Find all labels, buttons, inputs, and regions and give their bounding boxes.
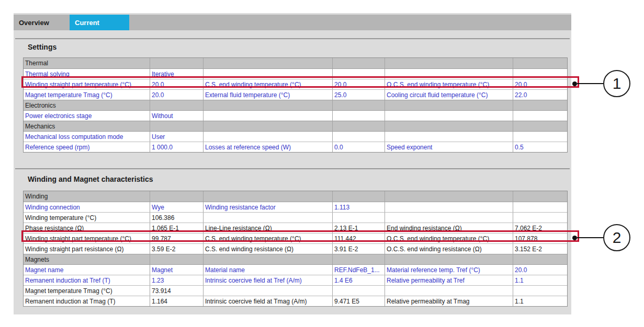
param-value-cell (513, 286, 567, 296)
param-label-cell: Intrinsic coercive field at Tref (A/m) (204, 275, 333, 285)
param-label-cell: Material name (204, 265, 333, 275)
param-label-cell (204, 213, 333, 223)
param-label-cell (204, 132, 333, 142)
param-value-cell: 1.4 E6 (333, 275, 385, 285)
param-value-cell: 20.0 (150, 90, 204, 100)
param-value-cell (333, 213, 385, 223)
param-label-cell (204, 69, 333, 79)
param-label-cell: Magnet name (24, 265, 150, 275)
param-label-cell (204, 111, 333, 121)
section-header-cell: Winding (24, 191, 150, 202)
param-label-cell: Winding straight part temperature (°C) (24, 79, 150, 89)
param-value-cell: 25.0 (333, 90, 385, 100)
section-header-cell (204, 121, 333, 131)
param-value-cell: 1.1 (513, 275, 567, 285)
section-header-row: Mechanics (24, 121, 567, 131)
param-label-cell: Material reference temp. Tref (°C) (385, 265, 513, 275)
param-label-cell: External fluid temperature (°C) (204, 90, 333, 100)
section-header-cell (333, 254, 385, 264)
param-value-cell: 0.5 (513, 142, 567, 152)
section-header-cell (385, 100, 513, 110)
section-header-row: Thermal (24, 58, 567, 68)
param-value-cell: 111.442 (333, 233, 385, 243)
param-value-cell (513, 69, 567, 79)
param-label-cell: End winding resistance (Ω) (385, 223, 513, 233)
param-value-cell: 20.0 (150, 79, 204, 89)
section-divider (15, 38, 570, 39)
param-label-cell: Speed exponent (385, 142, 513, 152)
table-row: Winding straight part resistance (Ω)3.59… (24, 243, 567, 254)
param-label-cell: Relative permeability at Tref (385, 275, 513, 285)
param-value-cell: 1.23 (150, 275, 204, 285)
table-row: Thermal solvingIterative (24, 68, 567, 79)
settings-table: ThermalThermal solvingIterativeWinding s… (23, 57, 568, 153)
param-value-cell: 3.59 E-2 (150, 244, 204, 254)
param-value-cell: Magnet (150, 265, 204, 275)
section-header-cell (333, 100, 385, 110)
param-value-cell: 73.914 (150, 286, 204, 296)
table-row: Power electronics stageWithout (24, 110, 567, 121)
param-label-cell: Winding straight part resistance (Ω) (24, 244, 150, 254)
param-value-cell: 1.065 E-1 (150, 223, 204, 233)
section-header-cell: Magnets (24, 254, 150, 264)
section-header-cell (150, 100, 204, 110)
param-value-cell: 9.471 E5 (333, 296, 385, 306)
param-label-cell: Winding connection (24, 202, 150, 212)
param-label-cell (385, 202, 513, 212)
table-row: Remanent induction at Tref (T)1.23Intrin… (24, 275, 567, 285)
callout-circle-1: 1 (603, 70, 630, 97)
param-label-cell: C.S. end winding temperature (°C) (204, 79, 333, 89)
param-label-cell: Phase resistance (Ω) (24, 223, 150, 233)
section-header-cell (333, 121, 385, 131)
section-header-cell (513, 121, 567, 131)
winding-magnet-table: WindingWinding connectionWyeWinding resi… (23, 191, 568, 307)
section-header-cell (204, 58, 333, 68)
param-label-cell: Magnet temperature Tmag (°C) (24, 90, 150, 100)
param-label-cell: Winding temperature (°C) (24, 213, 150, 223)
section-header-cell (204, 191, 333, 202)
section-header-cell (513, 58, 567, 68)
param-label-cell: Reference speed (rpm) (24, 142, 150, 152)
winding-magnet-section-title: Winding and Magnet characteristics (28, 175, 153, 183)
param-value-cell (513, 111, 567, 121)
param-label-cell (385, 69, 513, 79)
param-value-cell: 107.878 (513, 233, 567, 243)
tab-bar: Overview Current (14, 15, 571, 30)
section-divider (15, 168, 570, 169)
param-value-cell: 2.13 E-1 (333, 223, 385, 233)
section-header-row: Electronics (24, 100, 567, 110)
param-value-cell: 99.787 (150, 233, 204, 243)
section-header-cell (204, 100, 333, 110)
section-header-cell: Electronics (24, 100, 150, 110)
section-header-cell (204, 254, 333, 264)
param-value-cell: 7.062 E-2 (513, 223, 567, 233)
param-value-cell: 1.113 (333, 202, 385, 212)
param-label-cell: Power electronics stage (24, 111, 150, 121)
param-label-cell (385, 213, 513, 223)
param-label-cell: C.S. end winding temperature (°C) (204, 233, 333, 243)
param-value-cell: 3.152 E-2 (513, 244, 567, 254)
param-value-cell: 22.0 (513, 90, 567, 100)
param-value-cell (333, 69, 385, 79)
param-label-cell: Line-Line resistance (Ω) (204, 223, 333, 233)
table-row: Magnet temperature Tmag (°C)73.914 (24, 285, 567, 296)
callout-circle-2: 2 (603, 224, 630, 251)
section-header-row: Winding (24, 191, 567, 202)
callout-dot-1 (572, 81, 577, 86)
param-value-cell: Wye (150, 202, 204, 212)
param-value-cell (513, 132, 567, 142)
param-value-cell: 106.386 (150, 213, 204, 223)
param-value-cell: 20.0 (333, 79, 385, 89)
param-label-cell (385, 286, 513, 296)
param-value-cell: 3.91 E-2 (333, 244, 385, 254)
section-header-cell (513, 100, 567, 110)
param-label-cell: Relative permeability at Tmag (385, 296, 513, 306)
section-header-cell (385, 121, 513, 131)
param-value-cell: 1 000.0 (150, 142, 204, 152)
table-row: Magnet nameMagnetMaterial nameREF.NdFeB_… (24, 264, 567, 275)
param-label-cell: O.C.S. end winding temperature (°C) (385, 79, 513, 89)
tab-current[interactable]: Current (70, 15, 129, 30)
tab-overview[interactable]: Overview (14, 15, 70, 30)
param-value-cell: 1.1 (513, 296, 567, 306)
callout-line-1 (577, 83, 603, 84)
